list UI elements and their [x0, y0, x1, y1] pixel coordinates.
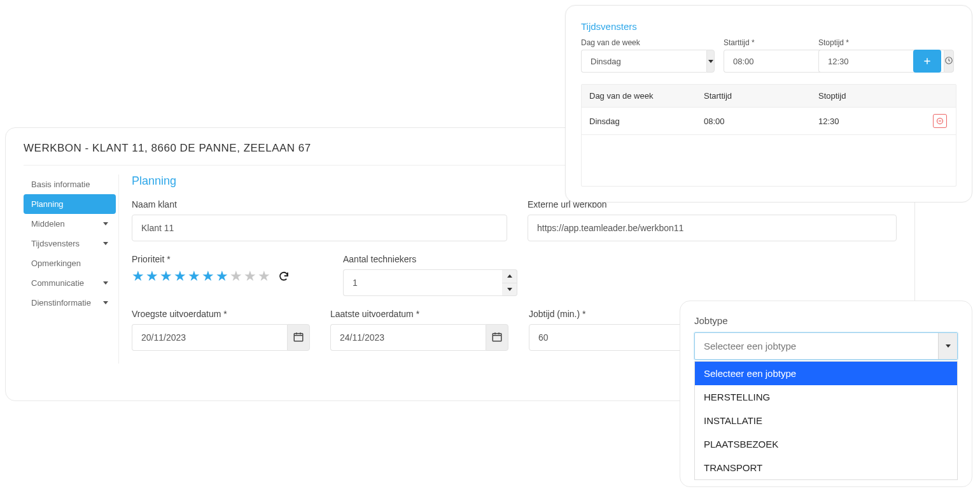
dropdown-button[interactable] — [938, 333, 957, 359]
sidenav-item-tijdsvensters[interactable]: Tijdsvensters — [24, 234, 116, 253]
externe-url-input[interactable] — [528, 215, 897, 241]
stepper-down-button[interactable] — [502, 283, 517, 297]
table-row: Dinsdag 08:00 12:30 — [582, 108, 956, 135]
aantal-techniekers-input[interactable] — [343, 269, 502, 296]
chevron-down-icon — [103, 242, 108, 245]
sidenav-item-middelen[interactable]: Middelen — [24, 214, 116, 234]
naam-klant-label: Naam klant — [132, 199, 507, 209]
prioriteit-label: Prioriteit * — [132, 254, 323, 264]
jobtype-panel: Jobtype Selecteer een jobtype Selecteer … — [680, 301, 972, 487]
col-stoptijd: Stoptijd — [811, 85, 924, 107]
add-tijdsvenster-button[interactable] — [913, 50, 941, 73]
delete-row-button[interactable] — [933, 114, 947, 128]
svg-rect-1 — [493, 333, 501, 341]
sidenav-label: Dienstinformatie — [31, 298, 91, 308]
calendar-icon — [293, 331, 304, 344]
dag-van-de-week-value[interactable] — [581, 50, 706, 73]
cell-dag: Dinsdag — [582, 110, 696, 132]
table-header: Dag van de week Starttijd Stoptijd — [582, 85, 956, 108]
stoptijd-label: Stoptijd * — [818, 38, 904, 47]
triangle-down-icon — [946, 344, 951, 348]
prioriteit-stars[interactable]: ★ ★ ★ ★ ★ ★ ★ ★ ★ ★ — [132, 269, 323, 283]
svg-rect-0 — [294, 333, 303, 341]
star-icon[interactable]: ★ — [216, 269, 228, 283]
dag-van-de-week-label: Dag van de week — [581, 38, 715, 47]
star-icon[interactable]: ★ — [258, 269, 270, 283]
starttijd-label: Starttijd * — [724, 38, 809, 47]
vroegste-uitvoerdatum-input[interactable] — [132, 324, 287, 351]
sidenav-item-basis-informatie[interactable]: Basis informatie — [24, 174, 116, 194]
tijdsvensters-panel: Tijdsvensters Dag van de week Starttijd … — [565, 5, 972, 202]
star-icon[interactable]: ★ — [146, 269, 158, 283]
chevron-down-icon — [103, 301, 108, 304]
star-icon[interactable]: ★ — [244, 269, 256, 283]
triangle-down-icon — [507, 288, 512, 291]
chevron-down-icon — [103, 281, 108, 285]
starttijd-field[interactable] — [724, 50, 809, 73]
star-icon[interactable]: ★ — [230, 269, 242, 283]
jobtype-option[interactable]: PLAATSBEZOEK — [695, 432, 957, 456]
dag-van-de-week-select[interactable] — [581, 50, 715, 73]
jobtype-option[interactable]: HERSTELLING — [695, 385, 957, 409]
sidenav-label: Planning — [31, 199, 64, 209]
chevron-down-icon — [103, 222, 108, 225]
table-empty-space — [582, 135, 956, 186]
star-icon[interactable]: ★ — [202, 269, 214, 283]
jobtype-option[interactable]: Selecteer een jobtype — [695, 362, 957, 385]
jobtype-select[interactable]: Selecteer een jobtype — [694, 332, 958, 360]
star-icon[interactable]: ★ — [132, 269, 144, 283]
col-starttijd: Starttijd — [696, 85, 811, 107]
cell-stoptijd: 12:30 — [811, 110, 924, 132]
jobtype-option[interactable]: INSTALLATIE — [695, 409, 957, 432]
reset-icon[interactable] — [278, 271, 290, 282]
vroegste-uitvoerdatum-label: Vroegste uitvoerdatum * — [132, 309, 310, 319]
sidenav-label: Basis informatie — [31, 180, 90, 189]
calendar-icon — [491, 331, 503, 344]
calendar-button[interactable] — [486, 324, 508, 351]
stepper-up-button[interactable] — [502, 269, 517, 283]
col-dag: Dag van de week — [582, 85, 696, 107]
star-icon[interactable]: ★ — [188, 269, 200, 283]
jobtype-dropdown-list: Selecteer een jobtype HERSTELLING INSTAL… — [694, 361, 958, 480]
naam-klant-input[interactable] — [132, 215, 507, 241]
stoptijd-field[interactable] — [818, 50, 904, 73]
sidenav-item-planning[interactable]: Planning — [24, 194, 116, 214]
sidenav-item-communicatie[interactable]: Communicatie — [24, 273, 116, 293]
triangle-up-icon — [507, 274, 512, 278]
star-icon[interactable]: ★ — [174, 269, 186, 283]
jobtype-option[interactable]: TRANSPORT — [695, 456, 957, 479]
remove-icon — [936, 117, 944, 125]
sidenav-item-dienstinformatie[interactable]: Dienstinformatie — [24, 293, 116, 313]
calendar-button[interactable] — [287, 324, 310, 351]
star-icon[interactable]: ★ — [160, 269, 172, 283]
dropdown-button[interactable] — [706, 50, 715, 73]
clock-icon — [944, 56, 953, 67]
triangle-down-icon — [708, 60, 713, 63]
aantal-techniekers-stepper[interactable] — [343, 269, 517, 296]
sidenav-label: Tijdsvensters — [31, 239, 80, 248]
jobtype-label: Jobtype — [694, 315, 958, 326]
sidenav-item-opmerkingen[interactable]: Opmerkingen — [24, 253, 116, 273]
sidenav: Basis informatie Planning Middelen Tijds… — [24, 174, 119, 364]
sidenav-label: Opmerkingen — [31, 259, 81, 268]
laatste-uitvoerdatum-label: Laatste uitvoerdatum * — [330, 309, 508, 319]
time-picker-button[interactable] — [944, 50, 954, 73]
tijdsvensters-heading: Tijdsvensters — [581, 21, 956, 32]
jobtype-selected-value: Selecteer een jobtype — [695, 333, 938, 359]
sidenav-label: Communicatie — [31, 278, 84, 288]
col-actions — [924, 85, 956, 107]
laatste-uitvoerdatum-input[interactable] — [330, 324, 486, 351]
cell-starttijd: 08:00 — [696, 110, 811, 132]
aantal-techniekers-label: Aantal techniekers — [343, 254, 517, 264]
plus-icon — [923, 57, 932, 66]
tijdsvensters-table: Dag van de week Starttijd Stoptijd Dinsd… — [581, 84, 956, 187]
sidenav-label: Middelen — [31, 219, 65, 229]
